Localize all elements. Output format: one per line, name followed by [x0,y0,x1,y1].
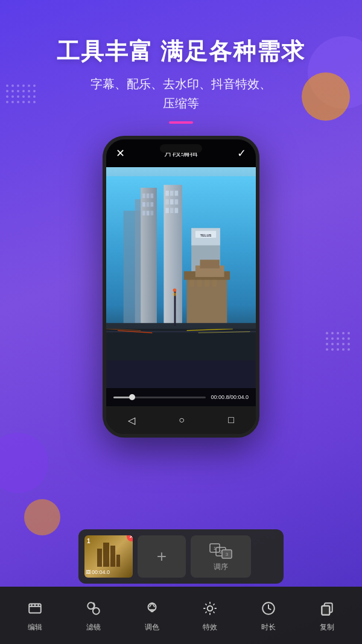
color-icon-svg [144,601,160,616]
svg-line-69 [206,611,207,613]
pink-bar-decoration [169,121,193,124]
image-icon: 🖼 [86,570,91,575]
svg-rect-20 [165,208,169,213]
toolbar-item-duration[interactable]: 时长 [258,598,279,633]
reorder-button[interactable]: 1 2 3 调序 [191,535,251,578]
reorder-icon-svg: 1 2 3 [209,541,233,560]
effect-icon-svg [202,601,218,616]
edit-icon-svg [27,601,43,616]
svg-rect-17 [165,199,169,205]
city-image: TELUS [106,167,256,360]
svg-rect-3 [141,188,157,331]
bottom-toolbar: 编辑 滤镜 调色 [0,587,362,644]
building-2 [103,543,109,567]
back-nav-icon[interactable]: ◁ [128,415,135,426]
svg-rect-10 [142,211,145,215]
svg-point-61 [208,606,213,611]
blob-decoration-4 [24,499,60,535]
phone-mockup: ✕ 片段编辑 ✓ [103,136,259,438]
edit-icon [25,598,45,619]
svg-rect-21 [170,208,174,213]
svg-rect-18 [170,199,174,205]
copy-label: 复制 [320,622,334,633]
svg-rect-34 [212,279,217,286]
clip-duration-text: 00:04.0 [92,569,110,575]
effect-icon [200,598,220,619]
svg-rect-5 [147,193,150,198]
svg-rect-15 [170,191,174,196]
svg-rect-7 [142,202,145,207]
svg-rect-16 [175,191,179,196]
timeline-dot[interactable] [129,394,135,400]
svg-rect-31 [189,279,194,286]
svg-rect-22 [175,208,179,213]
svg-rect-11 [147,211,150,215]
toolbar-item-copy[interactable]: 复制 [317,598,337,633]
svg-line-66 [206,604,207,605]
filter-label: 滤镜 [86,622,101,633]
recent-nav-icon[interactable]: □ [228,415,234,426]
color-icon [142,598,162,619]
filter-icon-svg [86,601,101,616]
building-3 [110,546,115,567]
svg-rect-8 [147,202,150,207]
svg-point-43 [173,289,177,292]
building-4 [116,555,120,567]
toolbar-item-edit[interactable]: 编辑 [25,598,45,633]
duration-icon-svg [261,601,276,616]
svg-rect-4 [142,193,145,198]
svg-rect-19 [175,199,179,205]
clip-delete-button[interactable]: ✕ [127,535,133,541]
clip-thumbnail[interactable]: 1 ✕ 🖼 00:04.0 [84,535,133,578]
toolbar-item-filter[interactable]: 滤镜 [83,598,104,633]
toolbar-item-color[interactable]: 调色 [142,598,162,633]
phone-screen: ✕ 片段编辑 ✓ [106,139,256,434]
reorder-label-text: 调序 [214,562,228,572]
filter-icon [83,598,104,619]
svg-rect-33 [205,279,209,286]
copy-icon-svg [319,601,335,616]
sub-title: 字幕、配乐、去水印、抖音特效、压缩等 [0,74,362,113]
effect-label: 特效 [203,622,217,633]
duration-label: 时长 [261,622,276,633]
phone-timeline: 00:00.8/00:04.0 [106,388,256,406]
add-clip-button[interactable]: + [138,535,186,578]
duration-icon [258,598,279,619]
svg-point-57 [93,608,100,614]
building-1 [97,549,102,567]
svg-point-56 [87,602,94,609]
svg-rect-42 [174,292,176,326]
add-plus-icon: + [157,547,167,566]
header-section: 工具丰富 满足各种需求 字幕、配乐、去水印、抖音特效、压缩等 [0,0,362,124]
svg-rect-30 [200,260,219,268]
check-icon[interactable]: ✓ [237,147,246,160]
phone-wrapper: ✕ 片段编辑 ✓ [0,136,362,438]
toolbar-item-effect[interactable]: 特效 [200,598,220,633]
svg-rect-6 [150,193,153,198]
svg-rect-32 [197,279,202,286]
edit-label: 编辑 [28,622,42,633]
svg-rect-14 [165,191,169,196]
phone-topbar: ✕ 片段编辑 ✓ [106,139,256,167]
close-icon[interactable]: ✕ [116,147,125,160]
city-skyline-svg: TELUS [106,176,256,360]
svg-rect-13 [164,185,182,331]
copy-icon [317,598,337,619]
phone-bottom-nav: ◁ ○ □ [106,406,256,434]
svg-line-67 [214,611,215,613]
clip-strip: 1 ✕ 🖼 00:04.0 + 1 [78,529,284,584]
svg-text:TELUS: TELUS [200,234,212,237]
blob-decoration-3 [0,433,48,493]
svg-rect-72 [322,606,329,615]
timeline-bar[interactable] [113,397,206,398]
timeline-time: 00:00.8/00:04.0 [211,394,249,400]
clip-duration: 🖼 00:04.0 [86,569,132,575]
svg-line-68 [214,604,215,605]
svg-rect-9 [150,202,153,207]
svg-point-44 [173,292,177,296]
svg-text:3: 3 [226,552,229,557]
svg-rect-12 [150,211,153,215]
edit-panel: 1 ✕ 🖼 00:04.0 + 1 [78,529,284,584]
home-nav-icon[interactable]: ○ [179,415,185,426]
color-label: 调色 [145,622,159,633]
